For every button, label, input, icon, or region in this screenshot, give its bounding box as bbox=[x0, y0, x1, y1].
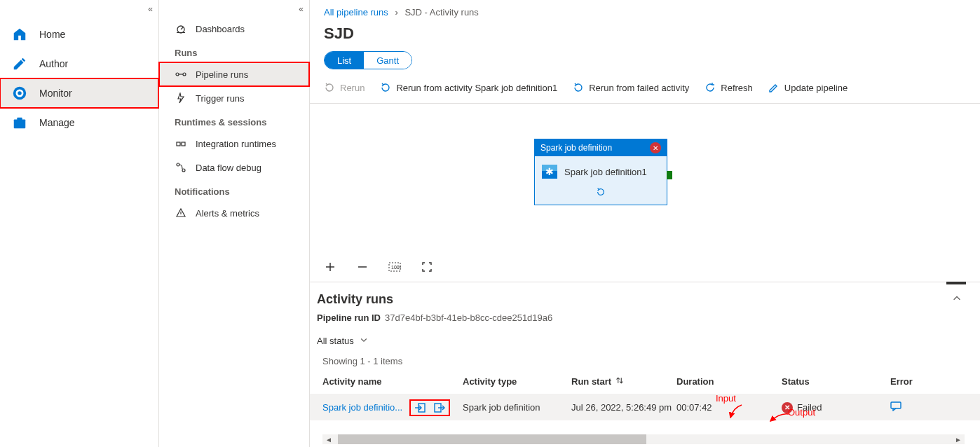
scroll-left-arrow[interactable]: ◄ bbox=[324, 434, 334, 444]
col-run-start[interactable]: Run start bbox=[571, 376, 676, 387]
node-refresh-icon[interactable] bbox=[596, 188, 606, 199]
zoom-in-icon[interactable] bbox=[324, 261, 336, 273]
nav-monitor-label: Monitor bbox=[39, 88, 72, 99]
breadcrumb-current: SJD - Activity runs bbox=[404, 7, 478, 18]
run-id-label: Pipeline run ID bbox=[317, 312, 381, 323]
toolbar-rerun-failed-label: Rerun from failed activity bbox=[589, 83, 689, 93]
status-filter[interactable]: All status bbox=[317, 336, 368, 346]
sub-nav-integration-runtimes-label: Integration runtimes bbox=[196, 139, 276, 149]
svg-point-8 bbox=[176, 73, 179, 76]
node-title: Spark job definition1 bbox=[564, 167, 647, 177]
toolbar-refresh-label: Refresh bbox=[721, 83, 753, 93]
horizontal-scrollbar[interactable]: ◄ ► bbox=[322, 434, 965, 444]
toolbar-rerun-failed[interactable]: Rerun from failed activity bbox=[573, 82, 689, 93]
cell-status: ✕ Failed bbox=[782, 402, 890, 413]
status-text: Failed bbox=[797, 402, 822, 413]
monitor-icon bbox=[11, 85, 28, 102]
sub-nav: « Dashboards Runs Pipeline runs Trigger … bbox=[159, 0, 310, 447]
status-filter-label: All status bbox=[317, 336, 354, 346]
nav-manage-label: Manage bbox=[39, 117, 75, 128]
dashboards-icon bbox=[175, 22, 187, 35]
pipeline-canvas[interactable]: Spark job definition ✕ ✱ Spark job defin… bbox=[310, 104, 980, 282]
toolbar-rerun-from[interactable]: Rerun from activity Spark job definition… bbox=[380, 82, 557, 93]
sub-nav-integration-runtimes[interactable]: Integration runtimes bbox=[159, 132, 309, 156]
svg-line-6 bbox=[181, 27, 183, 29]
col-duration[interactable]: Duration bbox=[676, 376, 782, 387]
data-flow-debug-icon bbox=[175, 161, 187, 174]
update-pipeline-icon bbox=[768, 82, 780, 93]
toolbar-update-pipeline-label: Update pipeline bbox=[784, 83, 848, 93]
input-icon[interactable] bbox=[414, 402, 426, 413]
cell-run-start: Jul 26, 2022, 5:26:49 pm bbox=[571, 402, 676, 413]
sub-nav-data-flow-debug[interactable]: Data flow debug bbox=[159, 156, 309, 179]
col-activity-name[interactable]: Activity name bbox=[322, 376, 463, 387]
svg-point-14 bbox=[177, 163, 179, 166]
scrollbar-thumb[interactable] bbox=[338, 434, 646, 444]
zoom-out-icon[interactable] bbox=[356, 261, 369, 273]
splitter-handle[interactable] bbox=[946, 282, 966, 284]
nav-monitor[interactable]: Monitor bbox=[0, 78, 158, 108]
node-tile-icon: ✱ bbox=[542, 165, 557, 179]
activity-runs-title: Activity runs bbox=[317, 292, 393, 307]
splitter-handle-area bbox=[310, 283, 980, 284]
sub-nav-alerts-metrics[interactable]: Alerts & metrics bbox=[159, 201, 309, 225]
col-status[interactable]: Status bbox=[782, 376, 890, 387]
svg-point-15 bbox=[182, 169, 185, 172]
rerun-icon bbox=[324, 82, 335, 93]
col-activity-type[interactable]: Activity type bbox=[463, 376, 571, 387]
activity-runs-table: Activity name Activity type Run start Du… bbox=[310, 372, 980, 420]
manage-icon bbox=[11, 114, 28, 131]
cell-error[interactable] bbox=[890, 401, 946, 413]
filter-row: All status bbox=[310, 330, 980, 349]
svg-point-9 bbox=[183, 73, 186, 76]
collapse-section-icon[interactable] bbox=[952, 294, 962, 305]
zoom-100-icon[interactable]: 100% bbox=[388, 261, 401, 273]
canvas-tools: 100% bbox=[324, 261, 433, 273]
node-close-icon[interactable]: ✕ bbox=[650, 142, 661, 153]
nav-author[interactable]: Author bbox=[0, 49, 158, 78]
nav-home[interactable]: Home bbox=[0, 20, 158, 49]
toolbar-update-pipeline[interactable]: Update pipeline bbox=[768, 82, 848, 93]
svg-text:100%: 100% bbox=[391, 265, 401, 270]
fit-screen-icon[interactable] bbox=[421, 261, 433, 273]
page-title: SJD bbox=[310, 22, 980, 51]
nav-manage[interactable]: Manage bbox=[0, 108, 158, 137]
view-toggle: List Gantt bbox=[324, 51, 412, 69]
toolbar-rerun[interactable]: Rerun bbox=[324, 82, 365, 93]
svg-rect-12 bbox=[182, 142, 185, 146]
main-nav: « Home Author Monitor Manage bbox=[0, 0, 159, 447]
activity-name-link[interactable]: Spark job definitio... bbox=[322, 402, 402, 413]
cell-activity-type: Spark job definition bbox=[463, 402, 571, 413]
node-footer bbox=[535, 184, 667, 205]
pipeline-runs-icon bbox=[175, 68, 187, 81]
failed-icon: ✕ bbox=[782, 402, 793, 413]
view-toggle-list[interactable]: List bbox=[325, 52, 364, 69]
integration-runtimes-icon bbox=[175, 137, 187, 150]
sub-nav-pipeline-runs[interactable]: Pipeline runs bbox=[159, 62, 309, 86]
toolbar-rerun-label: Rerun bbox=[340, 83, 365, 93]
run-id-row: Pipeline run ID 37d7e4bf-b3bf-41eb-b8cc-… bbox=[310, 310, 980, 330]
sub-nav-dashboards[interactable]: Dashboards bbox=[159, 17, 309, 41]
run-id-value: 37d7e4bf-b3bf-41eb-b8cc-cdee251d19a6 bbox=[385, 312, 552, 323]
node-output-port[interactable] bbox=[667, 171, 672, 179]
collapse-sub-nav[interactable]: « bbox=[299, 4, 304, 14]
cell-duration: 00:07:42 bbox=[676, 402, 782, 413]
toolbar-refresh[interactable]: Refresh bbox=[705, 82, 753, 93]
collapse-main-nav[interactable]: « bbox=[148, 4, 153, 14]
sub-nav-alerts-metrics-label: Alerts & metrics bbox=[196, 208, 259, 219]
svg-rect-11 bbox=[177, 142, 180, 146]
output-icon[interactable] bbox=[433, 402, 446, 413]
sub-nav-trigger-runs[interactable]: Trigger runs bbox=[159, 86, 309, 110]
scroll-right-arrow[interactable]: ► bbox=[953, 434, 963, 444]
col-error[interactable]: Error bbox=[890, 376, 946, 387]
breadcrumb-sep: › bbox=[395, 7, 397, 18]
breadcrumb-root[interactable]: All pipeline runs bbox=[324, 7, 388, 18]
svg-rect-3 bbox=[14, 119, 26, 128]
author-icon bbox=[11, 55, 28, 72]
view-toggle-gantt[interactable]: Gantt bbox=[364, 52, 411, 69]
toolbar: Rerun Rerun from activity Spark job defi… bbox=[310, 69, 980, 104]
activity-node[interactable]: Spark job definition ✕ ✱ Spark job defin… bbox=[534, 139, 667, 205]
alerts-icon bbox=[175, 207, 187, 219]
breadcrumb: All pipeline runs › SJD - Activity runs bbox=[310, 0, 980, 22]
table-row[interactable]: Spark job definitio... Spark job definit… bbox=[310, 394, 980, 420]
